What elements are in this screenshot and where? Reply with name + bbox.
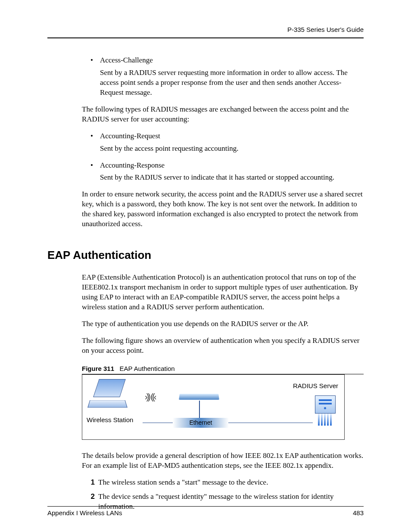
footer-page-number: 483 bbox=[353, 509, 364, 516]
bullet-dot: • bbox=[90, 56, 100, 65]
figure-label: Figure 311 bbox=[82, 365, 114, 372]
para-eap-intro: EAP (Extensible Authentication Protocol)… bbox=[82, 273, 364, 312]
wireless-station-label: Wireless Station bbox=[87, 416, 133, 424]
para-radius-accounting-intro: The following types of RADIUS messages a… bbox=[82, 105, 364, 124]
para-eap-type: The type of authentication you use depen… bbox=[82, 319, 364, 329]
connector-line bbox=[199, 401, 200, 418]
para-eap-figure-intro: The following figure shows an overview o… bbox=[82, 336, 364, 356]
step-1-text: The wireless station sends a "start" mes… bbox=[98, 478, 364, 488]
wireless-signal-icon: ›)) ((‹ bbox=[145, 391, 156, 403]
bullet-accounting-response: Accounting-Response bbox=[100, 161, 364, 171]
radius-server-label: RADIUS Server bbox=[293, 382, 338, 390]
figure-title: EAP Authentication bbox=[120, 365, 175, 372]
figure-eap-authentication: Wireless Station ›)) ((‹ Ethernet RADIUS… bbox=[82, 374, 345, 440]
laptop-icon bbox=[87, 379, 130, 411]
header-guide-title: P-335 Series User's Guide bbox=[47, 26, 364, 33]
bullet-access-challenge-desc: Sent by a RADIUS server requesting more … bbox=[100, 68, 364, 98]
header-rule bbox=[47, 37, 364, 38]
step-number-1: 1 bbox=[85, 478, 98, 488]
bullet-accounting-request-desc: Sent by the access point requesting acco… bbox=[100, 144, 364, 154]
connector-line bbox=[143, 423, 173, 423]
ethernet-label: Ethernet bbox=[173, 418, 229, 428]
bullet-dot: • bbox=[90, 161, 100, 171]
heading-eap-authentication: EAP Authentication bbox=[47, 249, 364, 262]
switch-icon bbox=[179, 394, 219, 400]
bullet-access-challenge: Access-Challenge bbox=[100, 56, 364, 65]
bullet-dot: • bbox=[90, 131, 100, 141]
connector-line bbox=[228, 423, 313, 423]
para-eap-details: The details below provide a general desc… bbox=[82, 451, 364, 471]
bullet-accounting-request: Accounting-Request bbox=[100, 131, 364, 141]
footer-appendix: Appendix I Wireless LANs bbox=[47, 509, 122, 516]
bullet-accounting-response-desc: Sent by the RADIUS server to indicate th… bbox=[100, 173, 364, 183]
figure-caption: Figure 311 EAP Authentication bbox=[82, 364, 364, 374]
footer-rule bbox=[47, 506, 364, 507]
server-icon bbox=[315, 395, 336, 426]
para-shared-secret: In order to ensure network security, the… bbox=[82, 190, 364, 229]
